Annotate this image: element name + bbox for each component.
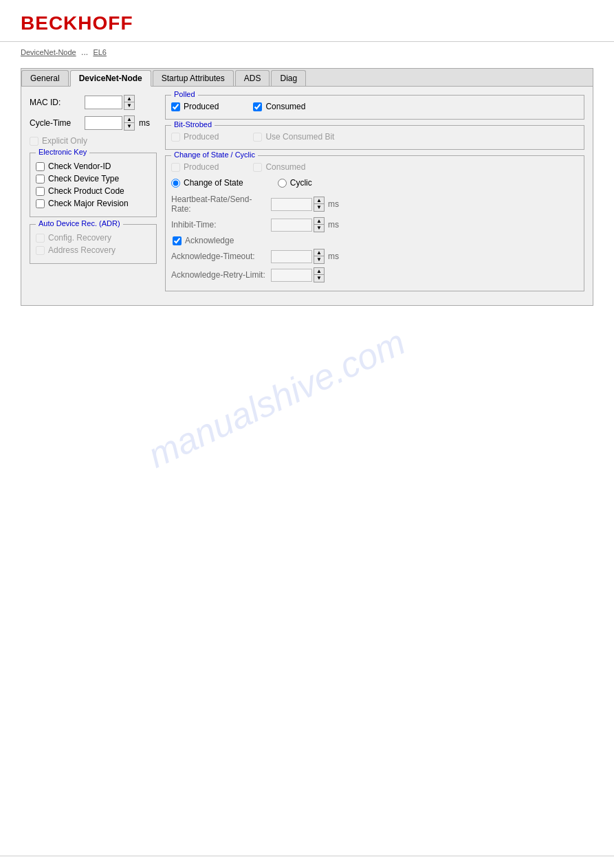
ack-timeout-unit: ms [328, 252, 339, 261]
cos-produced-label: Produced [184, 162, 219, 172]
bit-strobed-checks: Produced Use Consumed Bit [171, 132, 578, 144]
tab-panel: General DeviceNet-Node Startup Attribute… [21, 68, 593, 306]
footer [0, 856, 614, 868]
ack-timeout-label: Acknowledge-Timeout: [171, 252, 271, 261]
ack-timeout-input[interactable]: 16 [271, 250, 312, 263]
check-major-revision-row: Check Major Revision [36, 199, 151, 208]
cos-title: Change of State / Cyclic [171, 151, 258, 159]
inhibit-spin-group: ▲ ▼ [314, 217, 325, 232]
cycle-time-unit: ms [139, 118, 150, 128]
address-recovery-row: Address Recovery [36, 245, 151, 255]
left-col: MAC ID: 1 ▲ ▼ Cycle-Time 100 [30, 95, 157, 297]
check-device-type-row: Check Device Type [36, 174, 151, 183]
explicit-only-checkbox[interactable] [30, 137, 39, 146]
polled-section: Polled Produced Consumed [165, 95, 584, 120]
breadcrumb-part1[interactable]: DeviceNet-Node [21, 48, 76, 56]
heartbeat-input[interactable]: 100 [271, 198, 312, 211]
explicit-only-label: Explicit Only [42, 136, 87, 146]
inhibit-unit: ms [328, 220, 339, 230]
ack-timeout-spin-group: ▲ ▼ [314, 249, 325, 264]
tab-bar: General DeviceNet-Node Startup Attribute… [21, 69, 593, 87]
bit-strobed-produced-checkbox[interactable] [171, 133, 180, 142]
check-product-code-row: Check Product Code [36, 186, 151, 196]
cycle-time-row: Cycle-Time 100 ▲ ▼ ms [30, 115, 157, 131]
bit-strobed-use-consumed-row: Use Consumed Bit [253, 132, 334, 142]
cycle-time-spin-group: ▲ ▼ [124, 115, 135, 131]
bit-strobed-use-consumed-label: Use Consumed Bit [265, 132, 334, 142]
mac-id-spin-down[interactable]: ▼ [124, 102, 134, 109]
heartbeat-spin-group: ▲ ▼ [314, 197, 325, 212]
cycle-time-input[interactable]: 100 [85, 116, 122, 130]
cycle-time-spinner: 100 ▲ ▼ ms [85, 115, 150, 131]
ack-retry-spin-up[interactable]: ▲ [314, 268, 324, 275]
config-recovery-row: Config. Recovery [36, 233, 151, 243]
cos-section: Change of State / Cyclic Produced Consum… [165, 155, 584, 291]
bit-strobed-section: Bit-Strobed Produced Use Consumed Bit [165, 125, 584, 150]
electronic-key-title: Electronic Key [36, 148, 89, 156]
tab-general[interactable]: General [21, 70, 69, 86]
right-col: Polled Produced Consumed [165, 95, 584, 297]
inhibit-spin-down[interactable]: ▼ [314, 225, 324, 232]
inhibit-row: Inhibit-Time: 0 ▲ ▼ ms [171, 217, 578, 232]
check-product-code-checkbox[interactable] [36, 187, 45, 196]
check-device-type-label: Check Device Type [48, 174, 119, 183]
mac-id-spin-up[interactable]: ▲ [124, 96, 134, 102]
tab-startup-attributes[interactable]: Startup Attributes [153, 70, 234, 86]
address-recovery-checkbox[interactable] [36, 246, 45, 255]
check-product-code-label: Check Product Code [48, 186, 124, 196]
polled-consumed-row: Consumed [253, 102, 305, 111]
cycle-time-spin-down[interactable]: ▼ [124, 123, 134, 130]
polled-produced-checkbox[interactable] [171, 102, 180, 111]
ack-retry-input[interactable]: 1 [271, 269, 312, 282]
main-content: General DeviceNet-Node Startup Attribute… [0, 61, 614, 326]
config-recovery-checkbox[interactable] [36, 234, 45, 243]
heartbeat-spin-up[interactable]: ▲ [314, 197, 324, 204]
cos-change-of-state-radio[interactable] [171, 179, 180, 188]
polled-produced-row: Produced [171, 102, 219, 111]
mac-id-spinner: 1 ▲ ▼ [85, 95, 135, 110]
heartbeat-spinner: 100 ▲ ▼ ms [271, 197, 339, 212]
cos-produced-checkbox[interactable] [171, 163, 180, 172]
breadcrumb-part2[interactable]: EL6 [93, 48, 107, 56]
explicit-only-row: Explicit Only [30, 136, 157, 146]
config-recovery-label: Config. Recovery [48, 233, 111, 243]
acknowledge-checkbox[interactable] [173, 236, 182, 245]
auto-device-title: Auto Device Rec. (ADR) [36, 219, 123, 227]
ack-timeout-spin-up[interactable]: ▲ [314, 249, 324, 256]
ack-retry-spinner: 1 ▲ ▼ [271, 267, 325, 282]
ack-retry-row: Acknowledge-Retry-Limit: 1 ▲ ▼ [171, 267, 578, 282]
polled-consumed-checkbox[interactable] [253, 102, 262, 111]
bit-strobed-title: Bit-Strobed [171, 120, 215, 129]
cycle-time-spin-up[interactable]: ▲ [124, 116, 134, 123]
logo: BECKHOFF [21, 12, 593, 34]
inhibit-input[interactable]: 0 [271, 219, 312, 232]
panel-body: MAC ID: 1 ▲ ▼ Cycle-Time 100 [21, 87, 593, 305]
cos-cyclic-label: Cyclic [290, 178, 312, 188]
inhibit-spin-up[interactable]: ▲ [314, 218, 324, 225]
check-vendor-id-row: Check Vendor-ID [36, 162, 151, 171]
inhibit-label: Inhibit-Time: [171, 220, 271, 230]
auto-device-group: Auto Device Rec. (ADR) Config. Recovery … [30, 224, 157, 264]
cos-consumed-checkbox[interactable] [253, 163, 262, 172]
cos-checks: Produced Consumed [171, 162, 578, 175]
cos-radios: Change of State Cyclic [171, 178, 578, 190]
heartbeat-spin-down[interactable]: ▼ [314, 204, 324, 211]
polled-consumed-label: Consumed [265, 102, 305, 111]
mac-id-input[interactable]: 1 [85, 96, 122, 109]
tab-diag[interactable]: Diag [271, 70, 306, 86]
acknowledge-row: Acknowledge [173, 236, 578, 245]
check-device-type-checkbox[interactable] [36, 175, 45, 183]
inhibit-spinner: 0 ▲ ▼ ms [271, 217, 339, 232]
ack-timeout-spin-down[interactable]: ▼ [314, 256, 324, 263]
breadcrumb-area: DeviceNet-Node ... EL6 [0, 42, 614, 61]
bit-strobed-use-consumed-checkbox[interactable] [253, 133, 262, 142]
ack-retry-spin-down[interactable]: ▼ [314, 275, 324, 282]
polled-checks: Produced Consumed [171, 102, 578, 114]
check-major-revision-checkbox[interactable] [36, 199, 45, 208]
cos-cyclic-radio[interactable] [278, 179, 287, 188]
cos-cyclic-row: Cyclic [278, 178, 312, 188]
check-vendor-id-checkbox[interactable] [36, 162, 45, 171]
tab-devicenet-node[interactable]: DeviceNet-Node [70, 70, 151, 87]
tab-ads[interactable]: ADS [235, 70, 270, 86]
cycle-time-label: Cycle-Time [30, 118, 85, 128]
